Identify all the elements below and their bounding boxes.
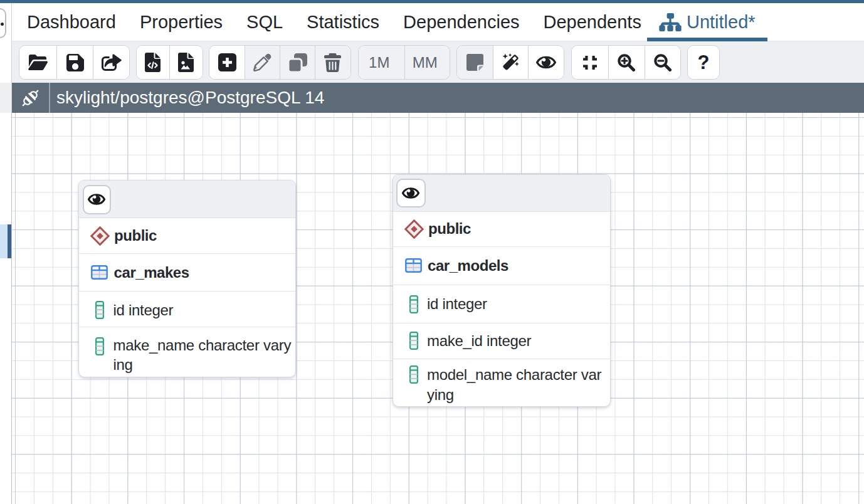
- svg-text:?: ?: [698, 52, 710, 73]
